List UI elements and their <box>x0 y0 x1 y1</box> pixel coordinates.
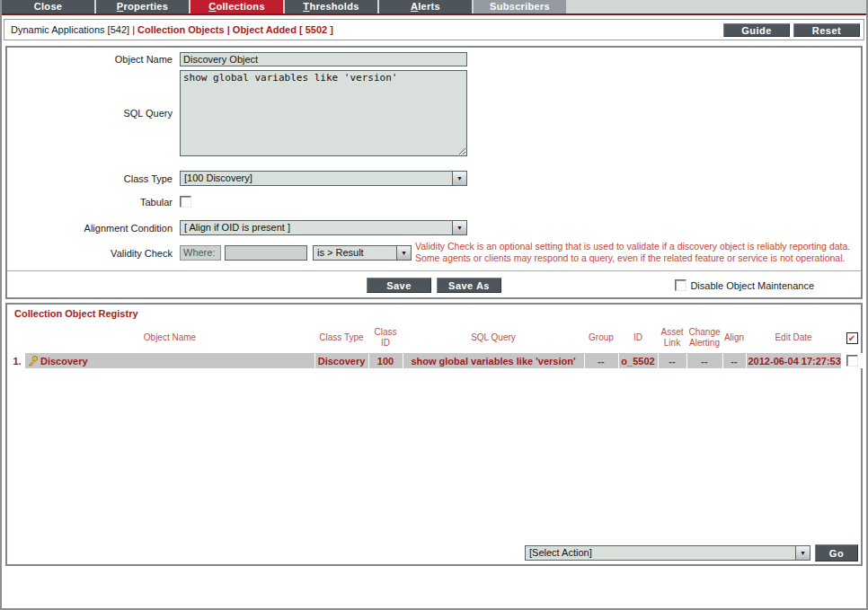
chevron-down-icon: ▼ <box>452 172 466 185</box>
registry-table: Object Name Class Type Class ID SQL Quer… <box>9 323 863 368</box>
main-tab-bar: Close Properties Collections Thresholds … <box>2 0 866 15</box>
chevron-down-icon: ▼ <box>452 221 466 234</box>
guide-button[interactable]: Guide <box>723 23 790 37</box>
validity-check-help-text: Validity Check is an optional setting th… <box>415 241 857 264</box>
header-object-name[interactable]: Object Name <box>25 323 314 353</box>
reset-button[interactable]: Reset <box>793 23 860 37</box>
collection-object-form-panel: Object Name SQL Query show global variab… <box>5 46 863 299</box>
chevron-down-icon: ▼ <box>396 246 411 260</box>
save-as-button[interactable]: Save As <box>437 278 501 293</box>
tabular-label: Tabular <box>7 197 180 208</box>
save-row: Save Save As Disable Object Maintenance <box>7 276 861 297</box>
action-row: [Select Action] ▼ Go <box>525 544 858 561</box>
disable-maintenance: Disable Object Maintenance <box>675 279 814 291</box>
row-change-alerting: -- <box>686 353 722 368</box>
row-edit-date: 2012-06-04 17:27:53 <box>746 353 841 368</box>
header-class-type[interactable]: Class Type <box>314 323 368 353</box>
disable-maintenance-label: Disable Object Maintenance <box>690 280 814 291</box>
breadcrumb-root: Dynamic Applications [542] <box>11 24 129 35</box>
registry-header-row: Object Name Class Type Class ID SQL Quer… <box>9 323 863 353</box>
class-type-row: Class Type [100 Discovery] ▼ <box>7 171 861 186</box>
key-icon[interactable] <box>27 355 39 367</box>
breadcrumb-bar: Dynamic Applications [542] | Collection … <box>4 19 864 40</box>
breadcrumb-section[interactable]: Collection Objects <box>137 24 225 35</box>
tabular-checkbox[interactable] <box>180 196 191 208</box>
class-type-label: Class Type <box>7 173 180 184</box>
select-action-dropdown[interactable]: [Select Action] ▼ <box>525 545 810 561</box>
tab-alerts[interactable]: Alerts <box>379 0 472 13</box>
breadcrumb: Dynamic Applications [542] | Collection … <box>4 24 333 35</box>
header-id[interactable]: ID <box>618 323 658 353</box>
header-sql-query[interactable]: SQL Query <box>403 323 584 353</box>
validity-check-label: Validity Check <box>7 248 180 259</box>
header-change-alerting[interactable]: Change Alerting <box>686 323 722 353</box>
tab-collections[interactable]: Collections <box>190 0 283 13</box>
tab-bar-filler <box>568 0 866 13</box>
tab-subscribers[interactable]: Subscribers <box>474 0 566 13</box>
disable-maintenance-checkbox[interactable] <box>675 279 686 291</box>
tab-thresholds[interactable]: Thresholds <box>285 0 377 13</box>
row-class-id: 100 <box>368 353 403 368</box>
alignment-condition-label: Alignment Condition <box>7 223 180 234</box>
row-object-name-link[interactable]: Discovery <box>40 356 88 367</box>
sql-query-textarea[interactable]: show global variables like 'version' <box>180 70 467 156</box>
sql-query-label: SQL Query <box>7 108 180 119</box>
header-buttons: Guide Reset <box>723 23 864 37</box>
row-class-type: Discovery <box>314 353 368 368</box>
class-type-select[interactable]: [100 Discovery] ▼ <box>180 171 467 186</box>
row-group: -- <box>584 353 618 368</box>
collection-object-registry-panel: Collection Object Registry Object Name C… <box>5 303 863 566</box>
header-asset-link[interactable]: Asset Link <box>658 323 686 353</box>
tab-close[interactable]: Close <box>2 0 94 13</box>
header-group[interactable]: Group <box>584 323 618 353</box>
header-align[interactable]: Align <box>722 323 746 353</box>
row-id: o_5502 <box>618 353 658 368</box>
row-sql-query: show global variables like 'version' <box>403 353 584 368</box>
header-num <box>9 323 25 353</box>
sql-query-row: SQL Query show global variables like 've… <box>7 70 861 156</box>
row-number: 1. <box>9 353 25 368</box>
header-edit-date[interactable]: Edit Date <box>746 323 841 353</box>
row-object-name-cell: Discovery <box>25 353 314 368</box>
alignment-condition-select[interactable]: [ Align if OID is present ] ▼ <box>180 220 467 235</box>
validity-check-input[interactable] <box>225 245 307 261</box>
tab-properties[interactable]: Properties <box>96 0 189 13</box>
object-name-label: Object Name <box>7 54 180 65</box>
row-align: -- <box>722 353 746 368</box>
validity-operator-select[interactable]: is > Result ▼ <box>313 245 412 261</box>
form-divider <box>7 270 861 271</box>
chevron-down-icon: ▼ <box>795 546 810 560</box>
registry-title: Collection Object Registry <box>14 308 138 319</box>
app-window: Close Properties Collections Thresholds … <box>0 0 868 610</box>
table-row: 1. <box>9 353 863 368</box>
alignment-condition-row: Alignment Condition [ Align if OID is pr… <box>7 220 861 235</box>
go-button[interactable]: Go <box>815 544 858 561</box>
breadcrumb-status: Object Added [ 5502 ] <box>233 24 333 35</box>
row-asset-link: -- <box>658 353 686 368</box>
save-button[interactable]: Save <box>367 278 431 293</box>
tabular-row: Tabular <box>7 196 861 208</box>
select-all-checkbox-icon[interactable]: ✔ <box>846 332 858 344</box>
row-select-checkbox[interactable] <box>846 355 858 367</box>
object-name-input[interactable] <box>180 52 467 66</box>
tab-close-label: Close <box>34 1 62 12</box>
where-label: Where: <box>180 245 221 261</box>
header-class-id[interactable]: Class ID <box>368 323 403 353</box>
header-select-all: ✔ <box>841 323 863 353</box>
object-name-row: Object Name <box>7 52 861 66</box>
